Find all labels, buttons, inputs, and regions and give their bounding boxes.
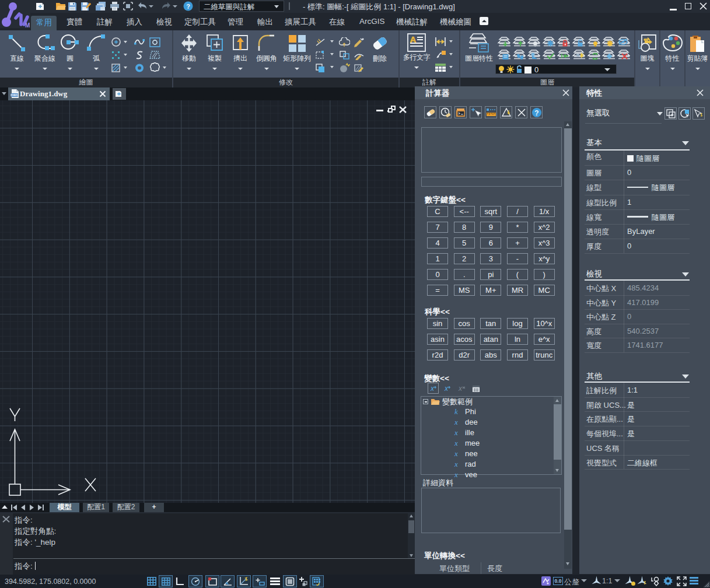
svg-text:x: x xyxy=(430,384,435,393)
svg-text:?: ? xyxy=(186,3,190,10)
svg-text:x: x xyxy=(444,384,449,393)
svg-text:?: ? xyxy=(534,109,538,117)
svg-text:M: M xyxy=(25,22,30,28)
svg-text:x: x xyxy=(458,384,463,393)
svg-text:DWG: DWG xyxy=(11,93,18,97)
